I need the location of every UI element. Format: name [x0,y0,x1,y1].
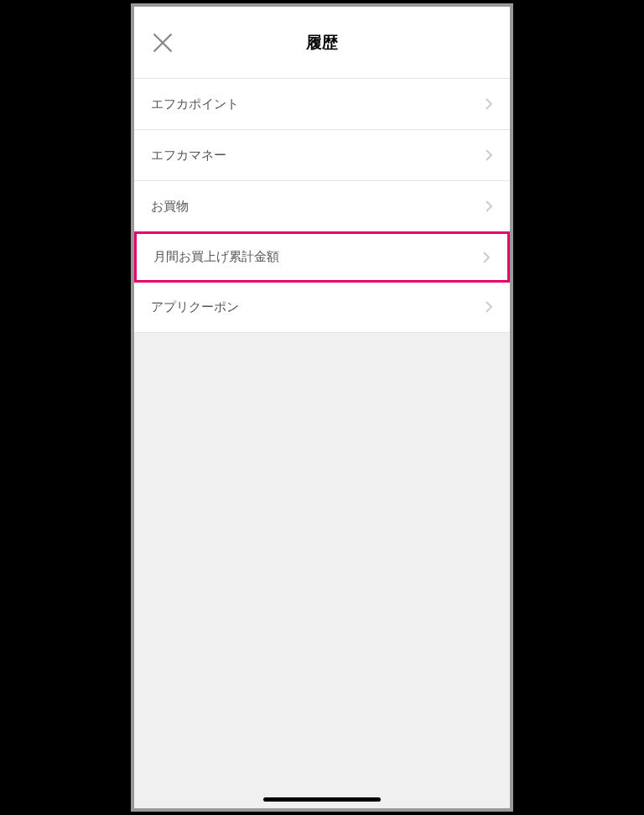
list-item-efuka-money[interactable]: エフカマネー [134,130,510,181]
header: 履歴 [134,7,510,79]
home-indicator[interactable] [263,797,381,802]
list-item-label: エフカポイント [151,96,239,112]
chevron-right-icon [485,148,493,162]
history-list: エフカポイント エフカマネー お買物 月間お買上げ累計金額 アプリクーポン [134,79,510,333]
chevron-right-icon [482,251,491,264]
page-title: 履歴 [306,32,338,54]
list-item-monthly-total[interactable]: 月間お買上げ累計金額 [134,231,510,283]
close-icon [151,31,174,55]
chevron-right-icon [485,97,493,111]
close-button[interactable] [151,31,174,55]
list-item-label: アプリクーポン [151,299,239,315]
list-item-app-coupon[interactable]: アプリクーポン [134,282,510,333]
list-item-label: お買物 [151,199,189,215]
list-item-shopping[interactable]: お買物 [134,181,510,232]
chevron-right-icon [485,300,493,314]
phone-frame: 履歴 エフカポイント エフカマネー お買物 月間お買上げ累計金額 [131,3,513,812]
list-item-label: 月間お買上げ累計金額 [153,249,279,265]
chevron-right-icon [485,200,493,213]
list-item-efuka-point[interactable]: エフカポイント [134,79,510,130]
list-item-label: エフカマネー [151,148,226,164]
